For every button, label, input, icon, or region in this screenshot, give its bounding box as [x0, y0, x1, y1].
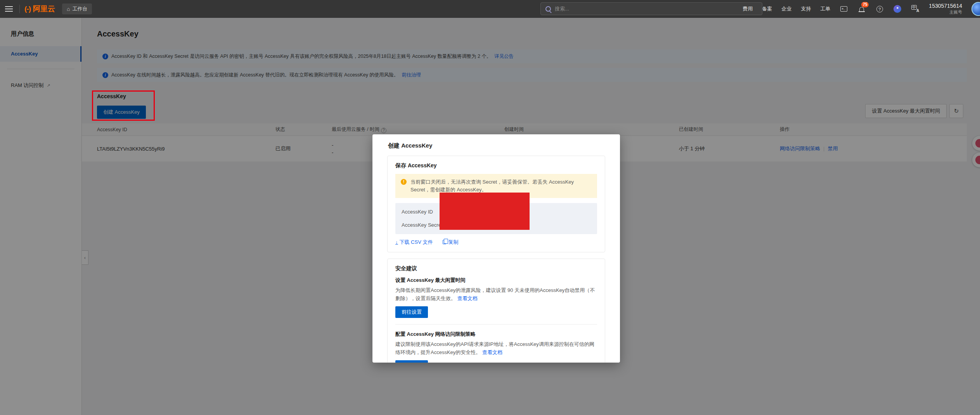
divider	[19, 5, 20, 13]
view-docs-link[interactable]: 查看文档	[457, 295, 478, 301]
workspace-label: 工作台	[72, 5, 87, 12]
help-icon[interactable]: ?	[875, 5, 884, 13]
avatar[interactable]	[971, 2, 980, 16]
advice-body: 为降低长期闲置AccessKey的泄露风险，建议设置 90 天未使用的Acces…	[395, 286, 597, 302]
advice-body: 建议限制使用该AccessKey的API请求来源IP地址，将AccessKey调…	[395, 340, 597, 356]
go-to-settings-button[interactable]: 前往设置	[395, 360, 428, 363]
logo-text: 阿里云	[33, 4, 55, 14]
global-search[interactable]	[540, 2, 762, 15]
cloudshell-icon[interactable]: >_	[840, 5, 848, 13]
workspace-button[interactable]: ⌂ 工作台	[62, 3, 92, 14]
top-navbar: (-) 阿里云 ⌂ 工作台 费用 备案 企业 支持 工单 >_ 75 ? * 中…	[0, 0, 980, 18]
advice-title: 配置 AccessKey 网络访问限制策略	[395, 331, 597, 338]
hamburger-menu-icon[interactable]	[0, 0, 18, 18]
search-icon	[545, 6, 551, 12]
warning-text: 当前窗口关闭后，无法再次查询 Secret，请妥善保管。若丢失 AccessKe…	[410, 178, 592, 194]
notification-bell-icon[interactable]: 75	[857, 5, 866, 13]
nav-link-billing[interactable]: 费用	[743, 5, 753, 12]
nav-link-enterprise[interactable]: 企业	[781, 5, 791, 12]
search-input[interactable]	[555, 6, 757, 12]
create-accesskey-modal: 创建 AccessKey 保存 AccessKey ! 当前窗口关闭后，无法再次…	[372, 134, 620, 363]
nav-link-icp[interactable]: 备案	[762, 5, 772, 12]
account-phone: 15305715614	[929, 3, 962, 10]
copy-link[interactable]: 复制	[443, 239, 458, 246]
go-to-settings-button[interactable]: 前往设置	[395, 306, 428, 318]
nav-link-support[interactable]: 支持	[801, 5, 811, 12]
home-icon: ⌂	[67, 6, 70, 12]
advice-max-idle: 设置 AccessKey 最大闲置时间 为降低长期闲置AccessKey的泄露风…	[395, 277, 597, 318]
warning-icon: !	[401, 179, 407, 185]
divider	[395, 324, 597, 325]
redaction-overlay	[440, 193, 530, 230]
apps-icon[interactable]: *	[893, 5, 902, 13]
security-advice-card: 安全建议 设置 AccessKey 最大闲置时间 为降低长期闲置AccessKe…	[387, 259, 605, 363]
security-section-title: 安全建议	[395, 265, 597, 272]
logo-bracket-icon: (-)	[24, 5, 31, 13]
notification-badge: 75	[861, 2, 869, 7]
account-info[interactable]: 15305715614 主账号	[929, 3, 962, 15]
save-section-title: 保存 AccessKey	[395, 162, 597, 169]
download-icon: ↓	[395, 240, 398, 245]
copy-icon	[443, 240, 446, 244]
language-switch-icon[interactable]: 中 A	[911, 5, 919, 13]
credential-links: ↓下载 CSV 文件 复制	[395, 239, 597, 246]
download-csv-link[interactable]: ↓下载 CSV 文件	[395, 239, 433, 246]
view-docs-link[interactable]: 查看文档	[482, 349, 502, 355]
account-type: 主账号	[929, 10, 962, 15]
navbar-right: 费用 备案 企业 支持 工单 >_ 75 ? * 中 A 15305715614…	[743, 0, 980, 18]
nav-link-tickets[interactable]: 工单	[820, 5, 830, 12]
modal-title: 创建 AccessKey	[372, 134, 620, 156]
advice-network-policy: 配置 AccessKey 网络访问限制策略 建议限制使用该AccessKey的A…	[395, 331, 597, 363]
advice-title: 设置 AccessKey 最大闲置时间	[395, 277, 597, 284]
alibaba-cloud-logo[interactable]: (-) 阿里云	[24, 4, 55, 14]
